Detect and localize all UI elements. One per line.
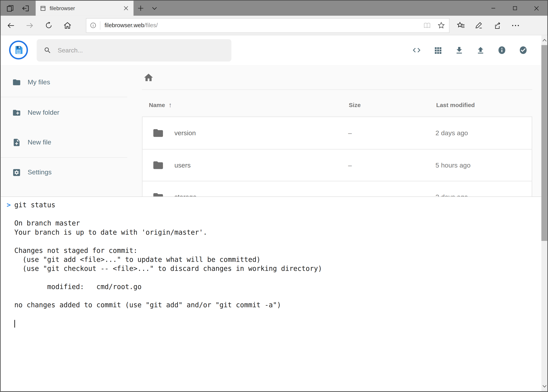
new-tab-button[interactable] [133, 1, 147, 16]
terminal-output-line: modified: cmd/root.go [14, 282, 547, 291]
upload-icon[interactable] [476, 46, 485, 55]
folder-icon [153, 127, 164, 139]
info-icon[interactable] [497, 46, 506, 55]
column-header-modified[interactable]: Last modified [436, 102, 532, 109]
url-toolbar: filebrowser.web/files/ [1, 16, 548, 35]
scroll-up-icon[interactable] [541, 35, 547, 45]
maximize-button[interactable] [504, 1, 526, 16]
file-name: version [174, 129, 196, 137]
minimize-button[interactable] [482, 1, 504, 16]
close-window-button[interactable] [526, 1, 548, 16]
terminal-cursor [14, 320, 15, 327]
settings-icon [12, 168, 21, 177]
forward-icon[interactable] [24, 19, 35, 31]
tab-favicon-icon [40, 5, 46, 11]
annotate-pen-icon[interactable] [475, 19, 484, 31]
search-input[interactable] [58, 47, 224, 54]
terminal-prompt: > [7, 201, 11, 210]
url-path: /files/ [144, 22, 158, 28]
add-favorite-star-icon[interactable] [437, 22, 445, 29]
refresh-icon[interactable] [43, 19, 54, 31]
site-info-icon[interactable] [90, 22, 97, 29]
column-header-size[interactable]: Size [349, 102, 436, 109]
browser-window: filebrowser [0, 0, 548, 392]
select-check-icon[interactable] [519, 46, 528, 55]
file-size: – [348, 129, 436, 137]
url-text: filebrowser.web/files/ [104, 22, 158, 29]
file-modified: 2 days ago [436, 129, 532, 137]
file-row-version[interactable]: version – 2 days ago [143, 117, 532, 149]
more-menu-icon[interactable] [511, 19, 520, 31]
tab-bar: filebrowser [1, 1, 548, 16]
terminal-output-line: Changes not staged for commit: [14, 246, 547, 255]
file-modified: 5 hours ago [436, 161, 532, 169]
terminal-output-line: no changes added to commit (use "git add… [14, 301, 547, 310]
terminal-output-line: (use "git add <file>..." to update what … [14, 255, 547, 264]
sidebar-item-new-folder[interactable]: New folder [1, 104, 127, 121]
browser-tab[interactable]: filebrowser [36, 1, 133, 16]
app-header [1, 35, 548, 65]
sidebar-item-my-files[interactable]: My files [1, 74, 127, 91]
file-row-users[interactable]: users – 5 hours ago [143, 149, 532, 181]
tab-list-dropdown-icon[interactable] [147, 1, 161, 16]
favorites-hub-icon[interactable] [457, 19, 465, 31]
reading-view-icon[interactable] [423, 21, 432, 29]
tab-preview-icon[interactable] [4, 1, 16, 16]
tab-title: filebrowser [50, 5, 123, 11]
new-file-icon [12, 138, 21, 147]
scrollbar-thumb[interactable] [541, 45, 547, 241]
page-scrollbar[interactable] [541, 35, 547, 391]
terminal-output-line: On branch master [14, 219, 547, 228]
terminal-command-line: >git status [14, 201, 547, 210]
grid-view-icon[interactable] [433, 46, 442, 55]
folder-icon [12, 78, 21, 86]
tab-close-icon[interactable] [122, 5, 129, 12]
new-folder-icon [12, 108, 21, 117]
breadcrumb-home-icon[interactable] [143, 72, 154, 83]
filebrowser-logo[interactable] [9, 41, 28, 59]
table-header: Name ↑ Size Last modified [142, 96, 532, 114]
column-header-name[interactable]: Name ↑ [142, 101, 349, 109]
sort-ascending-icon: ↑ [169, 101, 172, 109]
raw-code-icon[interactable] [412, 46, 421, 55]
file-size: – [348, 161, 436, 169]
scroll-down-icon[interactable] [541, 381, 547, 391]
set-tabs-aside-icon[interactable] [20, 1, 32, 16]
back-icon[interactable] [6, 19, 16, 31]
search-bar[interactable] [37, 39, 231, 62]
sidebar-item-settings[interactable]: Settings [1, 164, 127, 181]
folder-icon [153, 160, 164, 171]
terminal-output-line: (use "git checkout -- <file>..." to disc… [14, 264, 547, 273]
download-icon[interactable] [455, 46, 464, 55]
terminal-command: git status [14, 201, 55, 209]
terminal-cursor-line [14, 319, 547, 328]
file-name: users [174, 161, 191, 169]
filebrowser-page: My files New folder New file Settings [1, 35, 548, 391]
sidebar-item-new-file[interactable]: New file [1, 134, 127, 151]
terminal-panel[interactable]: >git status On branch master Your branch… [1, 196, 548, 391]
search-icon [44, 47, 51, 54]
url-host: filebrowser.web [104, 22, 144, 28]
terminal-output-line: Your branch is up to date with 'origin/m… [14, 228, 547, 237]
address-bar[interactable]: filebrowser.web/files/ [86, 18, 449, 33]
share-icon[interactable] [493, 19, 502, 31]
home-icon[interactable] [62, 19, 73, 31]
